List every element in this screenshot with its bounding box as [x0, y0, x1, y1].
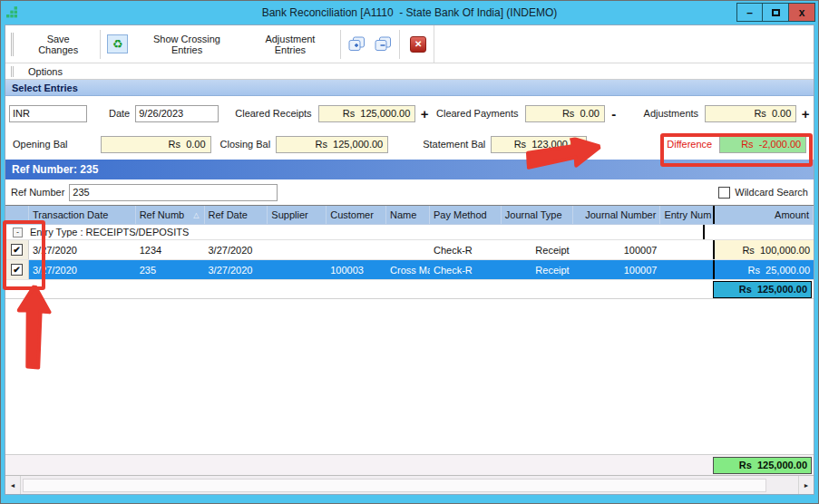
- grid-empty-area: [5, 299, 814, 454]
- scrollbar-thumb[interactable]: [23, 479, 766, 492]
- cell-supplier: [268, 260, 327, 279]
- opening-bal-label: Opening Bal: [13, 139, 68, 150]
- save-changes-button[interactable]: Save Changes: [19, 34, 98, 55]
- group-label: Entry Type : RECEIPTS/DEPOSITS: [30, 227, 650, 237]
- cell-transaction-date: 3/27/2020: [29, 260, 136, 279]
- column-header-name[interactable]: Name: [386, 206, 430, 224]
- cell-customer: [327, 240, 386, 259]
- collapse-all-icon: [375, 36, 392, 52]
- client-area: Save Changes ♻ Show Crossing Entries Adj…: [5, 24, 814, 495]
- column-header-customer[interactable]: Customer: [327, 206, 386, 224]
- expand-all-icon: [348, 36, 366, 52]
- toolbar-grip[interactable]: [11, 33, 12, 56]
- options-menu[interactable]: Options: [19, 66, 72, 77]
- column-header-amount[interactable]: Amount: [715, 206, 814, 224]
- cell-journal-number: 100007: [573, 260, 661, 279]
- toolbar-separator: [399, 30, 400, 59]
- cell-ref-numb: 1234: [136, 240, 205, 259]
- grand-total-row: Rs 125,000.00: [5, 454, 814, 475]
- ref-number-row: Ref Number Wildcard Search: [5, 179, 814, 205]
- cell-pay-method: Check-R: [430, 240, 502, 259]
- select-entries-header: Select Entries: [5, 80, 814, 96]
- collapse-group-button[interactable]: -: [13, 228, 23, 237]
- closing-bal-value: Rs 125,000.00: [276, 136, 388, 153]
- cell-transaction-date: 3/27/2020: [29, 240, 136, 259]
- cell-amount: Rs 25,000.00: [715, 260, 814, 279]
- group-subtotal-value: Rs 125,000.00: [713, 281, 812, 298]
- cell-journal-number: 100007: [573, 240, 661, 259]
- options-grip[interactable]: [11, 66, 12, 77]
- currency-field[interactable]: [9, 105, 87, 122]
- cell-name: Cross Ma: [386, 260, 430, 279]
- horizontal-scrollbar[interactable]: ◄ ►: [5, 475, 814, 494]
- cell-ref-date: 3/27/2020: [205, 260, 268, 279]
- column-header-pay-method[interactable]: Pay Method: [430, 206, 502, 224]
- column-header-ref-numb[interactable]: Ref Numb△: [136, 206, 205, 224]
- options-menu-row: Options: [5, 63, 814, 80]
- adjustments-label: Adjustments: [644, 108, 699, 119]
- cell-journal-type: Receipt: [502, 240, 573, 259]
- opening-bal-value: Rs 0.00: [101, 136, 211, 153]
- cell-customer: 100003: [327, 260, 386, 279]
- column-header-ref-date[interactable]: Ref Date: [205, 206, 268, 224]
- cell-entry-num: [660, 260, 715, 279]
- scroll-left-button[interactable]: ◄: [5, 476, 21, 494]
- app-window: Bank Reconciliation [A1110 - State Bank …: [0, 0, 819, 504]
- grid-header: Transaction Date Ref Numb△ Ref Date Supp…: [5, 205, 814, 225]
- statement-bal-value: Rs 123,000.00: [491, 136, 587, 153]
- column-header-entry-num[interactable]: Entry Num: [660, 206, 715, 224]
- table-row-selected[interactable]: ✔ 3/27/2020 235 3/27/2020 100003 Cross M…: [5, 260, 814, 280]
- show-crossing-entries-button[interactable]: Show Crossing Entries: [132, 34, 243, 55]
- cell-pay-method: Check-R: [430, 260, 502, 279]
- ref-number-field[interactable]: [69, 184, 278, 201]
- minimize-button[interactable]: –: [736, 3, 763, 22]
- plus-icon: +: [420, 106, 429, 121]
- minus-icon: -: [609, 106, 619, 121]
- cell-name: [386, 240, 430, 259]
- column-header-select[interactable]: [5, 206, 29, 224]
- grand-total-value: Rs 125,000.00: [713, 457, 812, 474]
- row-checkbox[interactable]: ✔: [11, 244, 23, 256]
- titlebar: Bank Reconciliation [A1110 - State Bank …: [1, 1, 818, 24]
- group-row: - Entry Type : RECEIPTS/DEPOSITS: [5, 225, 814, 240]
- statement-bal-label: Statement Bal: [423, 139, 485, 150]
- cell-amount: Rs 100,000.00: [715, 240, 814, 259]
- collapse-all-button[interactable]: [375, 36, 392, 52]
- difference-label: Difference: [667, 139, 712, 150]
- cell-ref-numb: 235: [136, 260, 205, 279]
- refresh-icon: ♻: [112, 37, 123, 51]
- group-subtotal-row: Rs 125,000.00: [5, 280, 814, 299]
- difference-value: Rs -2,000.00: [719, 136, 806, 153]
- adjustment-entries-button[interactable]: Adjustment Entries: [242, 34, 337, 55]
- toolbar: Save Changes ♻ Show Crossing Entries Adj…: [5, 25, 814, 63]
- group-entry-num-spacer: [650, 225, 705, 239]
- closing-bal-label: Closing Bal: [220, 139, 271, 150]
- cleared-payments-label: Cleared Payments: [436, 108, 519, 119]
- column-header-supplier[interactable]: Supplier: [268, 206, 327, 224]
- date-label: Date: [109, 108, 130, 119]
- scroll-right-button[interactable]: ►: [798, 476, 814, 494]
- expand-all-button[interactable]: [348, 36, 366, 52]
- column-header-transaction-date[interactable]: Transaction Date: [29, 206, 136, 224]
- cell-supplier: [268, 240, 327, 259]
- cell-journal-type: Receipt: [502, 260, 573, 279]
- close-panel-button[interactable]: ✕: [410, 36, 426, 53]
- window-title: Bank Reconciliation [A1110 - State Bank …: [1, 6, 818, 19]
- column-header-journal-number[interactable]: Journal Number: [573, 206, 661, 224]
- maximize-button[interactable]: [763, 3, 789, 22]
- cleared-payments-value: Rs 0.00: [525, 105, 605, 122]
- refresh-button[interactable]: ♻: [107, 34, 127, 53]
- table-row[interactable]: ✔ 3/27/2020 1234 3/27/2020 Check-R Recei…: [5, 240, 814, 260]
- cell-entry-num: [660, 240, 715, 259]
- sort-ascending-icon: △: [193, 211, 199, 219]
- close-button[interactable]: x: [789, 3, 815, 22]
- row-checkbox[interactable]: ✔: [11, 264, 23, 276]
- maximize-icon: [772, 9, 780, 16]
- close-icon: ✕: [414, 39, 422, 49]
- date-field[interactable]: [135, 105, 219, 122]
- column-header-journal-type[interactable]: Journal Type: [502, 206, 573, 224]
- group-amount-spacer: [705, 225, 804, 239]
- adjustments-value: Rs 0.00: [705, 105, 796, 122]
- wildcard-search-checkbox[interactable]: [718, 187, 730, 199]
- cell-ref-date: 3/27/2020: [205, 240, 268, 259]
